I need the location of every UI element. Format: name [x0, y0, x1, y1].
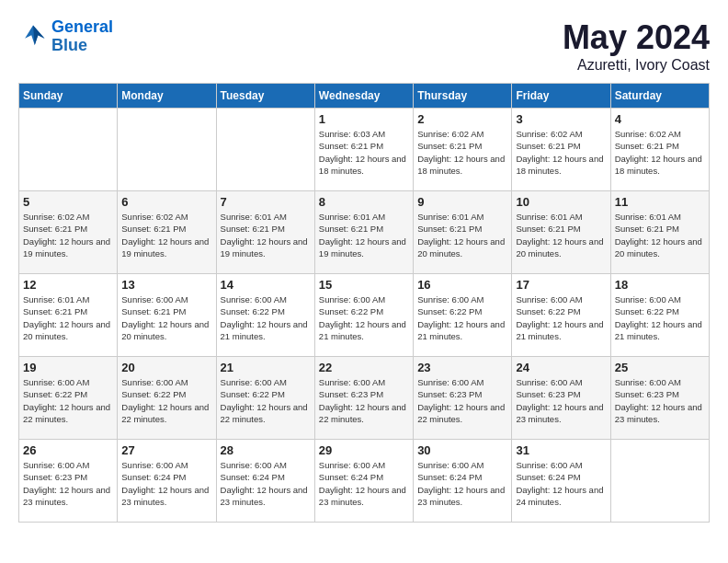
- day-number: 19: [23, 361, 113, 374]
- calendar-cell: 22Sunrise: 6:00 AM Sunset: 6:23 PM Dayli…: [314, 357, 413, 440]
- day-number: 31: [516, 443, 606, 457]
- cell-info: Sunrise: 6:00 AM Sunset: 6:23 PM Dayligh…: [615, 376, 705, 425]
- day-number: 28: [221, 443, 311, 457]
- calendar-cell: 25Sunrise: 6:00 AM Sunset: 6:23 PM Dayli…: [610, 357, 709, 440]
- day-number: 2: [417, 112, 507, 126]
- cell-info: Sunrise: 6:02 AM Sunset: 6:21 PM Dayligh…: [516, 128, 606, 177]
- cell-info: Sunrise: 6:01 AM Sunset: 6:21 PM Dayligh…: [516, 211, 606, 259]
- cell-info: Sunrise: 6:00 AM Sunset: 6:24 PM Dayligh…: [121, 459, 211, 508]
- day-number: 26: [23, 443, 113, 457]
- cell-info: Sunrise: 6:00 AM Sunset: 6:24 PM Dayligh…: [319, 459, 409, 508]
- cell-info: Sunrise: 6:01 AM Sunset: 6:21 PM Dayligh…: [319, 211, 409, 259]
- calendar-cell: 24Sunrise: 6:00 AM Sunset: 6:23 PM Dayli…: [512, 357, 610, 440]
- cell-info: Sunrise: 6:01 AM Sunset: 6:21 PM Dayligh…: [23, 293, 113, 342]
- cell-info: Sunrise: 6:00 AM Sunset: 6:22 PM Dayligh…: [319, 293, 409, 342]
- calendar-cell: 7Sunrise: 6:01 AM Sunset: 6:21 PM Daylig…: [216, 191, 314, 274]
- day-number: 12: [23, 278, 113, 292]
- calendar-cell: 5Sunrise: 6:02 AM Sunset: 6:21 PM Daylig…: [19, 191, 118, 274]
- cell-info: Sunrise: 6:00 AM Sunset: 6:23 PM Dayligh…: [23, 459, 113, 508]
- day-number: 17: [516, 278, 606, 292]
- calendar-cell: 1Sunrise: 6:03 AM Sunset: 6:21 PM Daylig…: [314, 109, 413, 191]
- day-number: 22: [319, 361, 409, 374]
- calendar-table: SundayMondayTuesdayWednesdayThursdayFrid…: [18, 83, 710, 523]
- day-number: 14: [221, 278, 311, 292]
- cell-info: Sunrise: 6:00 AM Sunset: 6:22 PM Dayligh…: [615, 293, 705, 342]
- calendar-cell: 10Sunrise: 6:01 AM Sunset: 6:21 PM Dayli…: [512, 191, 610, 274]
- calendar-cell: 28Sunrise: 6:00 AM Sunset: 6:24 PM Dayli…: [216, 440, 314, 523]
- cell-info: Sunrise: 6:00 AM Sunset: 6:22 PM Dayligh…: [221, 293, 311, 342]
- cell-info: Sunrise: 6:00 AM Sunset: 6:23 PM Dayligh…: [417, 376, 507, 425]
- calendar-cell: 31Sunrise: 6:00 AM Sunset: 6:24 PM Dayli…: [512, 440, 610, 523]
- svg-marker-1: [33, 25, 44, 44]
- calendar-cell: 30Sunrise: 6:00 AM Sunset: 6:24 PM Dayli…: [414, 440, 512, 523]
- title-block: May 2024 Azuretti, Ivory Coast: [563, 18, 710, 74]
- cell-info: Sunrise: 6:00 AM Sunset: 6:22 PM Dayligh…: [23, 376, 113, 425]
- calendar-cell: 29Sunrise: 6:00 AM Sunset: 6:24 PM Dayli…: [314, 440, 413, 523]
- weekday-header-thursday: Thursday: [414, 84, 512, 109]
- calendar-cell: 18Sunrise: 6:00 AM Sunset: 6:22 PM Dayli…: [610, 274, 709, 357]
- weekday-header-tuesday: Tuesday: [216, 84, 314, 109]
- cell-info: Sunrise: 6:02 AM Sunset: 6:21 PM Dayligh…: [417, 128, 507, 177]
- day-number: 7: [221, 195, 311, 209]
- day-number: 25: [615, 361, 705, 374]
- page-header: General Blue May 2024 Azuretti, Ivory Co…: [18, 18, 710, 74]
- calendar-cell: 12Sunrise: 6:01 AM Sunset: 6:21 PM Dayli…: [19, 274, 118, 357]
- weekday-header-friday: Friday: [512, 84, 610, 109]
- day-number: 18: [615, 278, 705, 292]
- cell-info: Sunrise: 6:00 AM Sunset: 6:21 PM Dayligh…: [121, 293, 211, 342]
- day-number: 29: [319, 443, 409, 457]
- cell-info: Sunrise: 6:00 AM Sunset: 6:24 PM Dayligh…: [516, 459, 606, 508]
- calendar-cell: 2Sunrise: 6:02 AM Sunset: 6:21 PM Daylig…: [414, 109, 512, 191]
- cell-info: Sunrise: 6:01 AM Sunset: 6:21 PM Dayligh…: [417, 211, 507, 259]
- cell-info: Sunrise: 6:00 AM Sunset: 6:23 PM Dayligh…: [516, 376, 606, 425]
- logo-icon: [18, 22, 48, 52]
- day-number: 3: [516, 112, 606, 126]
- location: Azuretti, Ivory Coast: [563, 57, 710, 74]
- calendar-cell: 16Sunrise: 6:00 AM Sunset: 6:22 PM Dayli…: [414, 274, 512, 357]
- day-number: 6: [121, 195, 211, 209]
- day-number: 30: [417, 443, 507, 457]
- day-number: 20: [121, 361, 211, 374]
- calendar-cell: [19, 109, 118, 191]
- cell-info: Sunrise: 6:01 AM Sunset: 6:21 PM Dayligh…: [615, 211, 705, 259]
- cell-info: Sunrise: 6:00 AM Sunset: 6:24 PM Dayligh…: [417, 459, 507, 508]
- calendar-cell: [118, 109, 216, 191]
- cell-info: Sunrise: 6:00 AM Sunset: 6:23 PM Dayligh…: [319, 376, 409, 425]
- logo: General Blue: [18, 18, 113, 55]
- calendar-cell: 8Sunrise: 6:01 AM Sunset: 6:21 PM Daylig…: [314, 191, 413, 274]
- calendar-cell: 27Sunrise: 6:00 AM Sunset: 6:24 PM Dayli…: [118, 440, 216, 523]
- calendar-cell: [610, 440, 709, 523]
- calendar-cell: 20Sunrise: 6:00 AM Sunset: 6:22 PM Dayli…: [118, 357, 216, 440]
- calendar-cell: 17Sunrise: 6:00 AM Sunset: 6:22 PM Dayli…: [512, 274, 610, 357]
- day-number: 21: [221, 361, 311, 374]
- weekday-header-sunday: Sunday: [19, 84, 118, 109]
- month-title: May 2024: [563, 18, 710, 57]
- calendar-cell: 11Sunrise: 6:01 AM Sunset: 6:21 PM Dayli…: [610, 191, 709, 274]
- cell-info: Sunrise: 6:02 AM Sunset: 6:21 PM Dayligh…: [23, 211, 113, 259]
- calendar-cell: 23Sunrise: 6:00 AM Sunset: 6:23 PM Dayli…: [414, 357, 512, 440]
- day-number: 23: [417, 361, 507, 374]
- day-number: 5: [23, 195, 113, 209]
- cell-info: Sunrise: 6:00 AM Sunset: 6:24 PM Dayligh…: [221, 459, 311, 508]
- calendar-cell: 21Sunrise: 6:00 AM Sunset: 6:22 PM Dayli…: [216, 357, 314, 440]
- day-number: 16: [417, 278, 507, 292]
- day-number: 9: [417, 195, 507, 209]
- cell-info: Sunrise: 6:00 AM Sunset: 6:22 PM Dayligh…: [121, 376, 211, 425]
- calendar-cell: 15Sunrise: 6:00 AM Sunset: 6:22 PM Dayli…: [314, 274, 413, 357]
- day-number: 8: [319, 195, 409, 209]
- cell-info: Sunrise: 6:00 AM Sunset: 6:22 PM Dayligh…: [516, 293, 606, 342]
- day-number: 27: [121, 443, 211, 457]
- day-number: 24: [516, 361, 606, 374]
- cell-info: Sunrise: 6:02 AM Sunset: 6:21 PM Dayligh…: [615, 128, 705, 177]
- weekday-header-saturday: Saturday: [610, 84, 709, 109]
- cell-info: Sunrise: 6:00 AM Sunset: 6:22 PM Dayligh…: [417, 293, 507, 342]
- weekday-header-wednesday: Wednesday: [314, 84, 413, 109]
- calendar-cell: 4Sunrise: 6:02 AM Sunset: 6:21 PM Daylig…: [610, 109, 709, 191]
- cell-info: Sunrise: 6:01 AM Sunset: 6:21 PM Dayligh…: [221, 211, 311, 259]
- cell-info: Sunrise: 6:02 AM Sunset: 6:21 PM Dayligh…: [121, 211, 211, 259]
- day-number: 13: [121, 278, 211, 292]
- calendar-cell: 13Sunrise: 6:00 AM Sunset: 6:21 PM Dayli…: [118, 274, 216, 357]
- day-number: 4: [615, 112, 705, 126]
- cell-info: Sunrise: 6:00 AM Sunset: 6:22 PM Dayligh…: [221, 376, 311, 425]
- calendar-cell: 3Sunrise: 6:02 AM Sunset: 6:21 PM Daylig…: [512, 109, 610, 191]
